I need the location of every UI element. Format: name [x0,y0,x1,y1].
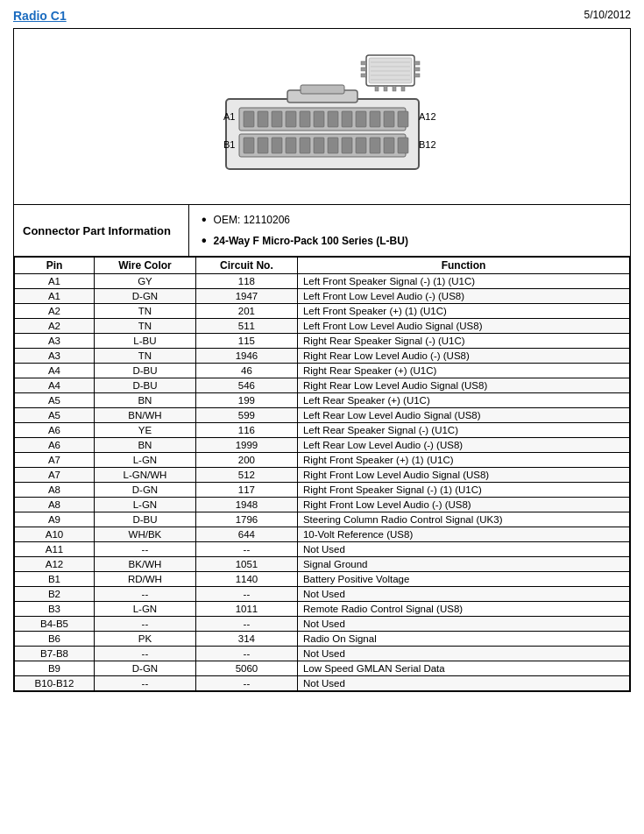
table-row: A7L-GN/WH512Right Front Low Level Audio … [15,468,630,483]
cell-23-3: Not Used [297,617,629,632]
svg-rect-33 [258,138,268,153]
cell-17-3: 10-Volt Reference (US8) [297,527,629,542]
cell-19-1: BK/WH [95,557,196,572]
cell-5-1: TN [95,349,196,364]
cell-4-1: L-BU [95,334,196,349]
cell-15-2: 1948 [195,498,297,512]
svg-rect-20 [244,111,254,127]
cell-27-1: -- [95,676,196,691]
svg-rect-25 [314,111,324,127]
cell-3-2: 511 [195,319,297,334]
table-row: A5BN/WH599Left Rear Low Level Audio Sign… [15,408,630,423]
cell-18-2: -- [195,542,297,557]
table-row: A10WH/BK64410-Volt Reference (US8) [15,527,630,542]
cell-7-2: 546 [195,378,297,393]
svg-rect-22 [272,111,282,127]
cell-17-0: A10 [15,527,95,542]
cell-5-2: 1946 [195,349,297,364]
col-wire-color: Wire Color [95,258,196,274]
series-line: 24-Way F Micro-Pack 100 Series (L-BU) [202,233,618,249]
cell-16-3: Steering Column Radio Control Signal (UK… [297,512,629,527]
table-row: A4D-BU546Right Rear Low Level Audio Sign… [15,378,630,393]
cell-0-0: A1 [15,274,95,289]
table-row: A4D-BU46Right Rear Speaker (+) (U1C) [15,364,630,378]
svg-rect-38 [328,138,338,153]
svg-rect-36 [300,138,310,153]
svg-text:A1: A1 [223,111,235,122]
cell-4-3: Right Rear Speaker Signal (-) (U1C) [297,334,629,349]
cell-4-0: A3 [15,334,95,349]
table-row: A1GY118Left Front Speaker Signal (-) (1)… [15,274,630,289]
cell-1-2: 1947 [195,289,297,304]
col-function: Function [297,258,629,274]
cell-0-1: GY [95,274,196,289]
cell-13-1: L-GN/WH [95,468,196,483]
cell-12-0: A7 [15,453,95,468]
cell-0-2: 118 [195,274,297,289]
cell-23-0: B4-B5 [15,617,95,632]
svg-text:A12: A12 [419,111,436,122]
svg-rect-13 [375,86,379,91]
cell-19-0: A12 [15,557,95,572]
svg-rect-34 [272,138,282,153]
table-row: B2----Not Used [15,587,630,602]
cell-4-2: 115 [195,334,297,349]
svg-rect-43 [398,138,408,153]
svg-rect-27 [342,111,352,127]
cell-25-0: B7-B8 [15,647,95,661]
table-row: A6BN1999Left Rear Low Level Audio (-) (U… [15,438,630,453]
cell-6-0: A4 [15,364,95,378]
cell-16-1: D-BU [95,512,196,527]
cell-22-1: L-GN [95,602,196,617]
svg-rect-29 [370,111,380,127]
svg-rect-42 [384,138,394,153]
cell-22-0: B3 [15,602,95,617]
table-row: A12BK/WH1051Signal Ground [15,557,630,572]
cell-11-3: Left Rear Low Level Audio (-) (US8) [297,438,629,453]
cell-3-0: A2 [15,319,95,334]
svg-rect-24 [300,111,310,127]
cell-8-1: BN [95,393,196,408]
info-section: Connector Part Information OEM: 12110206… [14,205,630,257]
cell-13-3: Right Front Low Level Audio Signal (US8) [297,468,629,483]
cell-22-2: 1011 [195,602,297,617]
svg-rect-9 [361,74,366,77]
oem-label: OEM: [214,214,241,226]
col-pin: Pin [15,258,95,274]
cell-10-3: Left Rear Speaker Signal (-) (U1C) [297,423,629,438]
table-row: A3TN1946Right Rear Low Level Audio (-) (… [15,349,630,364]
cell-11-2: 1999 [195,438,297,453]
cell-21-0: B2 [15,587,95,602]
col-circuit-no: Circuit No. [195,258,297,274]
table-row: A8L-GN1948Right Front Low Level Audio (-… [15,498,630,512]
cell-27-3: Not Used [297,676,629,691]
table-row: A2TN511Left Front Low Level Audio Signal… [15,319,630,334]
cell-9-1: BN/WH [95,408,196,423]
cell-7-0: A4 [15,378,95,393]
svg-rect-45 [301,85,344,94]
svg-rect-28 [356,111,366,127]
table-row: A1D-GN1947Left Front Low Level Audio (-)… [15,289,630,304]
table-row: B1RD/WH1140Battery Positive Voltage [15,572,630,587]
cell-23-1: -- [95,617,196,632]
cell-11-0: A6 [15,438,95,453]
cell-6-1: D-BU [95,364,196,378]
cell-11-1: BN [95,438,196,453]
svg-rect-40 [356,138,366,153]
svg-rect-35 [286,138,296,153]
connector-info-label: Connector Part Information [23,224,171,237]
table-row: A7L-GN200Right Front Speaker (+) (1) (U1… [15,453,630,468]
cell-27-2: -- [195,676,297,691]
cell-3-1: TN [95,319,196,334]
cell-2-0: A2 [15,304,95,319]
svg-text:B12: B12 [419,139,436,150]
svg-rect-26 [328,111,338,127]
svg-rect-12 [414,74,420,77]
table-row: B10-B12----Not Used [15,676,630,691]
svg-rect-1 [369,58,412,83]
cell-1-1: D-GN [95,289,196,304]
table-row: B9D-GN5060Low Speed GMLAN Serial Data [15,661,630,676]
connector-diagram-svg: A1 A12 B1 B12 [173,46,471,187]
svg-rect-21 [258,111,268,127]
cell-5-3: Right Rear Low Level Audio (-) (US8) [297,349,629,364]
